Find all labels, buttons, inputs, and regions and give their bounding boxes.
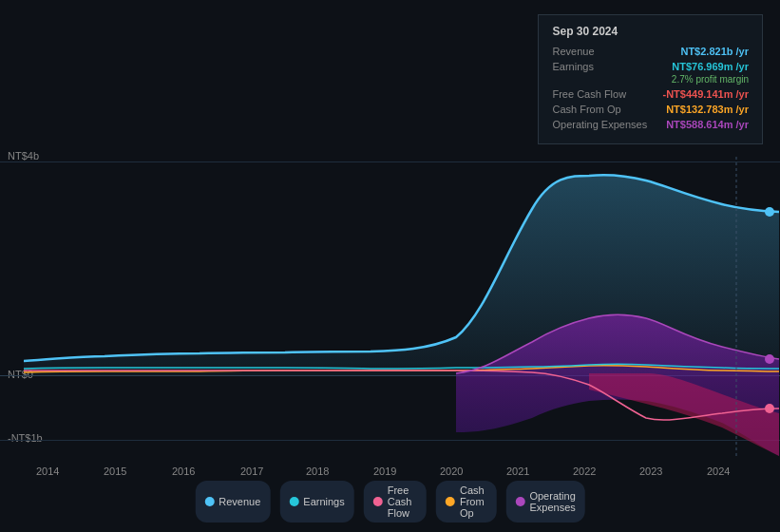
tooltip-value-fcf: -NT$449.141m /yr bbox=[663, 88, 750, 100]
tooltip-label-earnings: Earnings bbox=[552, 61, 593, 72]
legend-label-earnings: Earnings bbox=[303, 496, 344, 507]
tooltip-value-opex: NT$588.614m /yr bbox=[666, 119, 749, 130]
x-label-2021: 2021 bbox=[506, 466, 529, 477]
chart-container: Sep 30 2024 Revenue NT$2.821b /yr Earnin… bbox=[0, 0, 780, 532]
legend-dot-revenue bbox=[204, 497, 214, 506]
tooltip-value-earnings: NT$76.969m /yr bbox=[672, 61, 749, 72]
tooltip-label-revenue: Revenue bbox=[552, 46, 594, 57]
tooltip-value-cashfromop: NT$132.783m /yr bbox=[666, 104, 749, 115]
legend-dot-opex bbox=[515, 497, 524, 506]
x-label-2024: 2024 bbox=[707, 466, 730, 477]
tooltip-row-earnings: Earnings NT$76.969m /yr bbox=[552, 61, 749, 72]
tooltip-profit-margin: 2.7% profit margin bbox=[552, 74, 749, 85]
legend-item-revenue[interactable]: Revenue bbox=[195, 481, 270, 522]
tooltip-row-opex: Operating Expenses NT$588.614m /yr bbox=[552, 119, 749, 130]
legend-label-fcf: Free Cash Flow bbox=[388, 484, 417, 519]
legend-dot-cashfromop bbox=[446, 497, 455, 506]
x-label-2014: 2014 bbox=[36, 466, 59, 477]
legend-item-opex[interactable]: Operating Expenses bbox=[505, 481, 584, 522]
legend-item-earnings[interactable]: Earnings bbox=[279, 481, 353, 522]
legend-label-revenue: Revenue bbox=[219, 496, 260, 507]
opex-dot bbox=[765, 354, 774, 364]
x-label-2022: 2022 bbox=[573, 466, 596, 477]
legend-label-opex: Operating Expenses bbox=[529, 490, 575, 513]
x-label-2019: 2019 bbox=[373, 466, 396, 477]
tooltip-value-revenue: NT$2.821b /yr bbox=[680, 46, 749, 57]
legend-label-cashfromop: Cash From Op bbox=[460, 484, 486, 519]
x-label-2018: 2018 bbox=[306, 466, 329, 477]
tooltip-label-fcf: Free Cash Flow bbox=[552, 88, 626, 100]
tooltip-row-cashfromop: Cash From Op NT$132.783m /yr bbox=[552, 104, 749, 115]
tooltip-label-opex: Operating Expenses bbox=[552, 119, 647, 130]
legend: Revenue Earnings Free Cash Flow Cash Fro… bbox=[195, 481, 585, 522]
x-label-2020: 2020 bbox=[440, 466, 463, 477]
revenue-dot bbox=[765, 207, 774, 217]
fcf-dot bbox=[765, 404, 774, 413]
legend-dot-fcf bbox=[373, 497, 383, 506]
tooltip-row-revenue: Revenue NT$2.821b /yr bbox=[552, 46, 749, 57]
tooltip-row-fcf: Free Cash Flow -NT$449.141m /yr bbox=[552, 88, 749, 100]
x-label-2016: 2016 bbox=[172, 466, 195, 477]
tooltip: Sep 30 2024 Revenue NT$2.821b /yr Earnin… bbox=[538, 14, 763, 144]
legend-item-fcf[interactable]: Free Cash Flow bbox=[364, 481, 427, 522]
legend-dot-earnings bbox=[289, 497, 298, 506]
x-label-2015: 2015 bbox=[104, 466, 126, 477]
tooltip-date: Sep 30 2024 bbox=[552, 25, 749, 38]
x-label-2017: 2017 bbox=[240, 466, 263, 477]
tooltip-label-cashfromop: Cash From Op bbox=[552, 104, 620, 115]
legend-item-cashfromop[interactable]: Cash From Op bbox=[436, 481, 496, 522]
x-label-2023: 2023 bbox=[639, 466, 662, 477]
